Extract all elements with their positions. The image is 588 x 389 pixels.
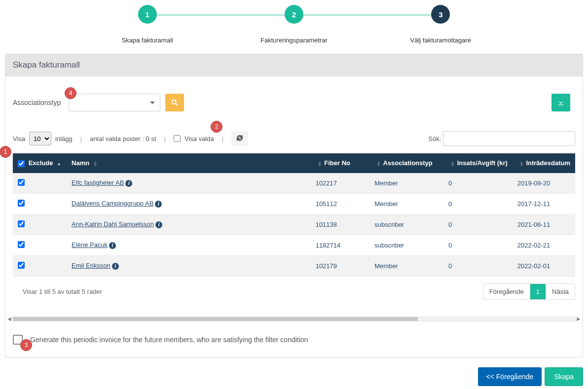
row-fiber: 101138 [311,214,370,235]
sort-icon: ▲▼ [519,161,524,167]
step-3-label: Välj fakturamottagare [368,36,514,44]
show-selected-label: Visa valda [184,135,214,142]
step-3-circle[interactable]: 3 [431,5,450,24]
separator: | [222,135,223,142]
row-name-link[interactable]: Emil Eriksson [72,262,110,269]
pager: Föregående 1 Nästa [483,283,575,300]
step-line [157,14,285,16]
sort-icon: ▲▼ [450,161,455,167]
search-icon [171,99,179,106]
col-exclude[interactable]: Exclude [29,159,53,167]
panel-title: Skapa fakturamall [5,54,583,76]
row-fiber: 102217 [311,173,370,194]
col-insats[interactable]: Insats/Avgift (kr) [457,159,508,167]
step-2-circle[interactable]: 2 [285,5,303,24]
row-insats: 0 [443,255,513,276]
search-label: Sök: [428,135,441,142]
annotation-badge-3: 3 [20,339,32,351]
visa-label: Visa [13,135,25,142]
page-size-select[interactable]: 10 [29,132,51,145]
table-row: Elfc fastigheter ABi102217Member02019-09… [13,173,575,194]
recipients-table: Exclude ▲ Namn ▲▼ ▲▼ Fiber No ▲▼ Associa… [13,153,575,277]
row-date: 2019-09-20 [513,173,575,194]
scroll-track[interactable] [12,317,576,321]
row-assoc: subscriber [369,214,443,235]
row-insats: 0 [443,193,513,214]
search-box: Sök: [428,131,575,146]
table-controls: Visa 10 inlägg | antal valda poster : 0 … [13,124,575,153]
scroll-right-arrow[interactable]: ▶ [576,316,581,321]
row-checkbox[interactable] [18,262,25,269]
separator: | [80,135,82,142]
scroll-thumb[interactable] [13,317,418,321]
pager-page-1[interactable]: 1 [530,284,546,299]
table-footer: Visar 1 till 5 av totalt 5 rader Föregåe… [13,277,575,304]
refresh-button[interactable] [231,131,248,146]
annotation-badge-4: 4 [65,87,76,99]
row-name-link[interactable]: Elfc fastigheter AB [72,179,124,186]
download-icon [557,99,565,106]
step-line [303,14,431,16]
row-date: 2022-02-21 [513,235,575,255]
search-input[interactable] [443,131,575,146]
caret-down-icon [150,102,155,104]
sort-icon: ▲▼ [376,161,381,167]
search-button[interactable] [165,94,184,111]
table-row: Elène Pacuki1182714subscriber02022-02-21 [13,235,575,255]
select-all-checkbox[interactable] [18,160,25,167]
separator: | [164,135,166,142]
col-fiber[interactable]: Fiber No [324,159,350,167]
info-icon[interactable]: i [125,180,132,187]
panel-body: 4 Associationstyp 2 1 Visa 10 inlägg | a… [5,76,583,357]
table-area: 2 1 Visa 10 inlägg | antal valda poster … [5,124,583,314]
show-selected-checkbox[interactable] [174,135,181,142]
create-button[interactable]: Skapa [545,367,583,386]
row-date: 2017-12-11 [513,193,575,214]
pager-prev[interactable]: Föregående [483,284,530,299]
download-button[interactable] [551,94,570,111]
annotation-badge-1: 1 [0,146,11,158]
col-assoc[interactable]: Associationstyp [383,159,432,167]
horizontal-scrollbar[interactable]: ◀ ▶ [7,316,581,322]
row-assoc: Member [369,255,443,276]
annotation-badge-2: 2 [211,121,222,133]
info-icon[interactable]: i [155,201,162,208]
row-assoc: subscriber [369,235,443,255]
row-checkbox[interactable] [18,241,25,248]
row-name-link[interactable]: Ann-Katrin Dahl Samuelsson [72,220,154,228]
step-2-label: Faktureringsparametrar [220,36,367,44]
col-intrades[interactable]: Inträdesdatum [526,159,570,167]
svg-point-0 [172,100,176,104]
step-1-label: Skapa fakturamall [74,36,220,44]
bottom-buttons: << Föregående Skapa [0,362,588,389]
col-namn[interactable]: Namn [72,159,89,167]
assoc-type-dropdown[interactable] [69,94,160,111]
row-insats: 0 [443,173,513,194]
sort-icon: ▲▼ [318,161,323,167]
row-checkbox[interactable] [18,220,25,227]
row-date: 2021-06-11 [513,214,575,235]
svg-line-1 [176,104,178,106]
sort-asc-icon: ▲ [57,162,62,165]
row-insats: 0 [443,235,513,255]
info-icon[interactable]: i [109,242,116,249]
pager-next[interactable]: Nästa [546,284,575,299]
future-members-label: Generate this periodic invoice for the f… [30,336,308,344]
table-row: Emil Erikssoni102179Member02022-02-01 [13,255,575,276]
row-date: 2022-02-01 [513,255,575,276]
info-icon[interactable]: i [155,221,162,228]
row-fiber: 105112 [311,193,370,214]
future-members-row: Generate this periodic invoice for the f… [5,322,583,357]
info-icon[interactable]: i [112,263,119,270]
row-checkbox[interactable] [18,179,25,186]
inlagg-label: inlägg [55,135,73,142]
previous-button[interactable]: << Föregående [478,367,542,386]
row-assoc: Member [369,173,443,194]
row-name-link[interactable]: Elène Pacuk [72,241,108,248]
row-assoc: Member [369,193,443,214]
scroll-left-arrow[interactable]: ◀ [7,316,12,321]
step-1-circle[interactable]: 1 [138,5,157,24]
row-checkbox[interactable] [18,200,25,207]
row-fiber: 1182714 [311,235,370,255]
row-name-link[interactable]: Dalälvens Campinggrupp AB [72,200,153,207]
